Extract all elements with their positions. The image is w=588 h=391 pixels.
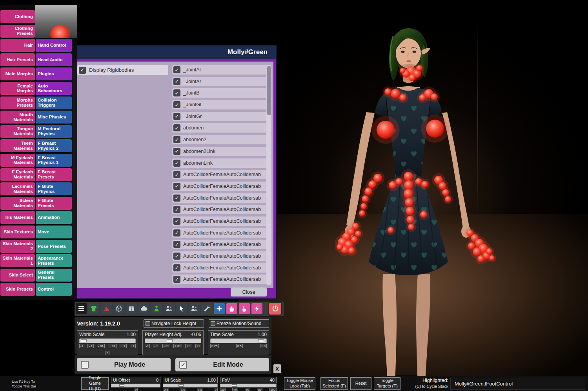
rigidbody-checkbox[interactable]: ✓	[173, 171, 180, 178]
sidebar-item-iris-materials[interactable]: Iris Materials	[0, 211, 35, 224]
slider-track[interactable]	[163, 384, 218, 387]
sidebar-item-m-eyelash-materials[interactable]: M Eyelash Materials	[0, 154, 35, 167]
rigidbody-row[interactable]: ✓AutoColliderFemaleAutoCollidersab	[172, 275, 267, 284]
hand-grab-button[interactable]	[226, 303, 237, 314]
rigidbody-row[interactable]: ✓_JointB	[172, 88, 267, 98]
rigidbody-checkbox[interactable]: ✓	[173, 264, 180, 271]
slider-tick[interactable]: 1.0	[260, 344, 267, 348]
navigate-lock-height-checkbox[interactable]	[146, 321, 150, 326]
slider-tick[interactable]: 0	[134, 388, 138, 391]
sidebar-item-skin-select[interactable]: Skin Select	[0, 269, 35, 282]
slider-tick[interactable]: +1	[130, 344, 136, 348]
panel-close-button[interactable]: X	[273, 364, 281, 373]
rigidbody-checkbox[interactable]: ✓	[173, 241, 180, 248]
slider-tick[interactable]: -.01	[162, 344, 170, 348]
slider-tick[interactable]: +.01	[108, 344, 117, 348]
sidebar-item-f-eyelash-materials[interactable]: F Eyelash Materials	[0, 168, 35, 181]
freeze-motion-sound-button[interactable]: Freeze Motion/Sound	[209, 319, 269, 328]
people-button[interactable]	[164, 303, 175, 314]
sidebar-item-auto-behaviours[interactable]: Auto Behaviours	[36, 82, 72, 95]
slider-thumb[interactable]	[232, 384, 237, 387]
menu-button[interactable]	[76, 303, 87, 314]
rigidbody-row[interactable]: ✓AutoColliderFemaleAutoCollidersab	[172, 263, 267, 273]
tools-button[interactable]	[201, 303, 212, 314]
sidebar-item-skin-materials-1[interactable]: Skin Materials 1	[0, 254, 35, 267]
play-mode-checkbox[interactable]	[81, 361, 89, 369]
rigidbody-checkbox[interactable]: ✓	[173, 89, 180, 96]
edit-mode-checkbox[interactable]: ✓	[179, 361, 187, 369]
dialog-scrollbar[interactable]	[266, 65, 271, 285]
sidebar-item-collision-triggers[interactable]: Collision Triggers	[36, 96, 72, 109]
rigidbody-row[interactable]: ✓abdomen2	[172, 135, 267, 144]
rigidbody-checkbox[interactable]: ✓	[173, 229, 180, 236]
rigidbody-checkbox[interactable]: ✓	[173, 206, 180, 213]
sidebar-item-sclera-materials[interactable]: Sclera Materials	[0, 197, 35, 210]
rigidbody-row[interactable]: ✓AutoColliderFemaleAutoCollidersab	[172, 182, 267, 191]
rigidbody-row[interactable]: ✓abdomen	[172, 123, 267, 133]
rigidbody-row[interactable]: ✓AutoColliderFemaleAutoCollidersab	[172, 205, 267, 214]
slider-tick[interactable]: 0.5	[236, 344, 243, 348]
sidebar-item-clothing-presets[interactable]: Clothing Presets	[0, 25, 35, 38]
sidebar-item-hand-control[interactable]: Hand Control	[36, 39, 72, 52]
freeze-motion-sound-checkbox[interactable]	[211, 321, 215, 326]
slider-tick[interactable]: 0.5	[163, 388, 169, 391]
sidebar-item-f-breast-physics-1[interactable]: F Breast Physics 1	[36, 154, 72, 167]
reset-focus-button[interactable]: Reset	[350, 377, 371, 390]
sidebar-item-f-glute-physics[interactable]: F Glute Physics	[36, 182, 72, 195]
rigidbody-checkbox[interactable]: ✓	[173, 78, 180, 85]
rigidbody-checkbox[interactable]: ✓	[173, 101, 180, 108]
slider-tick[interactable]: 20	[220, 388, 226, 391]
sidebar-item-tongue-materials[interactable]: Tongue Materials	[0, 125, 35, 138]
rigidbody-checkbox[interactable]: ✓	[173, 160, 180, 167]
cube-button[interactable]	[113, 303, 124, 314]
slider-tick[interactable]: 1.5	[197, 388, 203, 391]
rigidbody-row[interactable]: ✓_JointAr	[172, 77, 267, 86]
rigidbody-row[interactable]: ✓AutoColliderFemaleAutoCollidersab	[172, 193, 267, 203]
slider-tick[interactable]: 2	[214, 388, 218, 391]
sidebar-item-f-breast-presets[interactable]: F Breast Presets	[36, 168, 72, 181]
slider-tick[interactable]: -1	[79, 344, 84, 348]
slider-tick[interactable]: 100	[269, 388, 277, 391]
rigidbody-checkbox[interactable]: ✓	[173, 148, 180, 155]
rigidbody-checkbox[interactable]: ✓	[173, 218, 180, 225]
sidebar-item-f-breast-physics-2[interactable]: F Breast Physics 2	[36, 139, 72, 152]
rigidbody-row[interactable]: ✓abdomen2Link	[172, 147, 267, 156]
slider-track[interactable]	[79, 338, 136, 343]
sidebar-item-mouth-materials[interactable]: Mouth Materials	[0, 111, 35, 124]
sidebar-item-male-morphs[interactable]: Male Morphs	[0, 67, 35, 80]
high-heel-button[interactable]	[101, 303, 112, 314]
slider-thumb[interactable]	[178, 384, 184, 387]
display-rigidbodies-checkbox[interactable]: ✓	[79, 67, 86, 74]
sidebar-item-female-morphs[interactable]: Female Morphs	[0, 82, 35, 95]
rigidbody-checkbox[interactable]: ✓	[173, 124, 180, 131]
sidebar-item-lacrimals-materials[interactable]: Lacrimals Materials	[0, 182, 35, 195]
rigidbody-checkbox[interactable]: ✓	[173, 195, 180, 202]
power-button[interactable]	[269, 303, 281, 315]
sidebar-item-general-presets[interactable]: General Presets	[36, 269, 72, 282]
sidebar-item-morphs-presets[interactable]: Morphs Presets	[0, 96, 35, 109]
navigate-lock-height-button[interactable]: Navigate Lock Height	[144, 319, 204, 328]
sidebar-item-hair-presets[interactable]: Hair Presets	[0, 53, 35, 66]
toggle-targets-button[interactable]: Toggle Targets (T)	[374, 377, 400, 390]
slider-tick[interactable]: 80	[257, 388, 262, 391]
magic-button[interactable]	[251, 303, 262, 314]
slider-tick[interactable]: 0.25	[210, 344, 219, 348]
slider-tick[interactable]: 40	[232, 388, 238, 391]
rigidbody-checkbox[interactable]: ✓	[173, 113, 180, 120]
slider-tick[interactable]: -1	[145, 344, 150, 348]
toggle-game-ui-button[interactable]: Toggle Game UI (U)	[81, 377, 109, 390]
slider-tick[interactable]: 0	[106, 351, 109, 355]
slider-thumb[interactable]	[81, 339, 87, 342]
toggle-mouse-look-button[interactable]: Toggle Mouse Look (Tab)	[284, 377, 315, 390]
sidebar-item-f-glute-presets[interactable]: F Glute Presets	[36, 197, 72, 210]
rigidbody-checkbox[interactable]: ✓	[173, 276, 180, 283]
slider-tick[interactable]: +.01	[173, 344, 182, 348]
rigidbody-row[interactable]: ✓AutoColliderFemaleAutoCollidersab	[172, 170, 267, 179]
slider-tick[interactable]: -.01	[97, 344, 105, 348]
play-mode-button[interactable]: Play Mode	[77, 358, 171, 371]
sidebar-item-skin-presets[interactable]: Skin Presets	[0, 283, 35, 296]
slider-tick[interactable]: +.1	[185, 344, 192, 348]
slider-tick[interactable]: +.1	[120, 344, 126, 348]
sidebar-item-move[interactable]: Move	[36, 226, 72, 238]
person-button[interactable]	[151, 303, 162, 314]
